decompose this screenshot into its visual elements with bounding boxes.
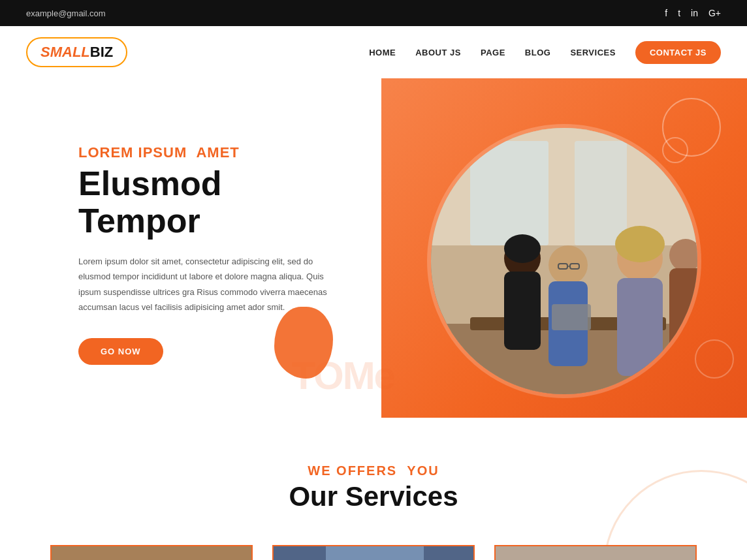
twitter-icon[interactable]: t xyxy=(678,8,680,18)
main-nav: HOME ABOUT JS PAGE BLOG SERVICES CONTACT… xyxy=(369,41,721,64)
top-bar: example@gmail.com f t in G+ xyxy=(0,0,747,26)
svg-rect-61 xyxy=(496,546,695,560)
contact-button[interactable]: CONTACT JS xyxy=(635,41,721,64)
services-title: Our Services xyxy=(39,481,708,512)
svg-rect-16 xyxy=(669,268,697,373)
card-image-3 xyxy=(496,546,695,560)
hero-title: Elusmod Tempor xyxy=(78,165,342,240)
hero-photo-placeholder xyxy=(431,128,697,394)
card-image-2 xyxy=(274,546,473,560)
hero-image xyxy=(427,124,701,398)
card-photo-1-svg xyxy=(52,546,251,560)
svg-rect-43 xyxy=(326,546,424,560)
services-section: WE OFFERS YOU Our Services xyxy=(0,418,747,560)
service-card-1 xyxy=(50,545,253,560)
logo-small-text: SMALL xyxy=(40,44,90,61)
svg-rect-3 xyxy=(575,141,627,245)
hero-description: Lorem ipsum dolor sit amet, consectetur … xyxy=(78,254,340,315)
service-card-2 xyxy=(272,545,475,560)
card-photo-2-svg xyxy=(274,546,473,560)
svg-rect-17 xyxy=(552,304,591,330)
logo: SMALL BIZ xyxy=(26,37,127,67)
svg-point-19 xyxy=(615,226,665,262)
hero-subtitle-plain: LOREM IPSUM xyxy=(78,144,187,161)
svg-rect-42 xyxy=(424,546,473,560)
services-subtitle-accent: YOU xyxy=(407,463,439,478)
service-card-3 xyxy=(494,545,697,560)
header: SMALL BIZ HOME ABOUT JS PAGE BLOG SERVIC… xyxy=(0,26,747,78)
svg-point-18 xyxy=(504,234,541,263)
services-subtitle-plain: WE OFFERS xyxy=(308,463,397,478)
svg-point-8 xyxy=(548,245,588,285)
hero-subtitle: LOREM IPSUM AMET xyxy=(78,144,342,161)
email-address: example@gmail.com xyxy=(26,8,106,18)
orange-blob xyxy=(274,307,333,379)
svg-rect-21 xyxy=(52,546,251,560)
social-icons: f t in G+ xyxy=(665,8,721,18)
svg-rect-14 xyxy=(617,278,663,376)
hero-cta-button[interactable]: GO NOW xyxy=(78,338,163,365)
nav-page[interactable]: PAGE xyxy=(481,48,505,57)
linkedin-icon[interactable]: in xyxy=(691,8,698,18)
hero-subtitle-accent: AMET xyxy=(196,144,239,161)
logo-biz-text: BIZ xyxy=(90,44,113,61)
nav-blog[interactable]: BLOG xyxy=(525,48,551,57)
googleplus-icon[interactable]: G+ xyxy=(708,8,721,18)
hero-right xyxy=(381,78,747,418)
svg-rect-7 xyxy=(504,272,541,350)
card-photo-3-svg xyxy=(496,546,695,560)
svg-rect-2 xyxy=(470,141,548,245)
hero-photo-svg xyxy=(431,128,697,394)
facebook-icon[interactable]: f xyxy=(665,8,667,18)
nav-services[interactable]: SERVICES xyxy=(570,48,616,57)
services-subtitle: WE OFFERS YOU xyxy=(39,463,708,478)
card-image-1 xyxy=(52,546,251,560)
services-cards xyxy=(39,545,708,560)
nav-home[interactable]: HOME xyxy=(369,48,396,57)
hero-section: LOREM IPSUM AMET Elusmod Tempor Lorem ip… xyxy=(0,78,747,418)
svg-rect-41 xyxy=(274,546,326,560)
nav-about[interactable]: ABOUT JS xyxy=(415,48,461,57)
deco-circle-3 xyxy=(695,339,734,379)
